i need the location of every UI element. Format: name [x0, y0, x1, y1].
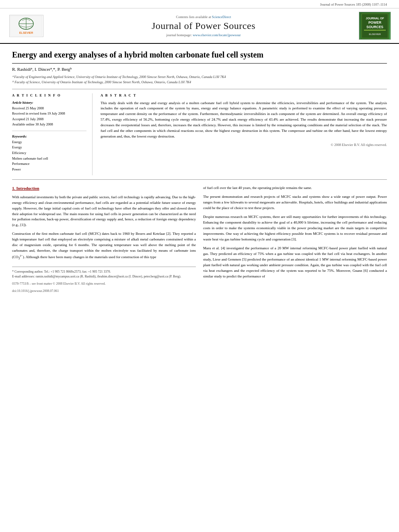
- keyword-6: Power: [12, 167, 86, 173]
- article-info-label: A R T I C L E I N F O: [12, 93, 86, 97]
- abstract-text: This study deals with the energy and exe…: [101, 101, 387, 140]
- keyword-5: Performance: [12, 161, 86, 167]
- body-left-col: 1. Introduction With substantial investm…: [12, 185, 196, 294]
- journal-title: Journal of Power Sources: [48, 21, 359, 31]
- body-right-col: of fuel cell over the last 40 years, the…: [203, 185, 387, 294]
- elsevier-logo-image: ELSEVIER: [9, 15, 43, 37]
- journal-center: Contents lists available at ScienceDirec…: [48, 15, 359, 37]
- homepage-line: journal homepage: www.elsevier.com/locat…: [48, 33, 359, 37]
- received-date: Received 25 May 2008: [12, 106, 86, 111]
- copyright: © 2008 Elsevier B.V. All rights reserved…: [101, 143, 387, 147]
- page: Journal of Power Sources 185 (2008) 1107…: [0, 0, 399, 532]
- right-para-3: Despite numerous research on MCFC system…: [203, 214, 387, 242]
- svg-text:POWER: POWER: [368, 21, 381, 25]
- body-section: 1. Introduction With substantial investm…: [12, 185, 387, 294]
- email-addresses: ramin.rashidi@mycampus.uoit.ca (R. Rashi…: [36, 275, 181, 278]
- accepted-date: Accepted 21 July 2008: [12, 117, 86, 122]
- main-content: Energy and exergy analyses of a hybrid m…: [0, 44, 399, 299]
- journal-reference: Journal of Power Sources 185 (2008) 1107…: [320, 2, 387, 6]
- keyword-3: Efficiency: [12, 150, 86, 156]
- affiliation-a: ᵃ Faculty of Engineering and Applied Sci…: [12, 74, 387, 80]
- svg-text:ELSEVIER: ELSEVIER: [369, 33, 381, 35]
- svg-rect-10: [364, 30, 386, 31]
- article-history: Article history: Received 25 May 2008 Re…: [12, 101, 86, 127]
- svg-text:SOURCES: SOURCES: [366, 25, 383, 29]
- email-label: E-mail addresses:: [12, 275, 35, 278]
- available-date: Available online 30 July 2008: [12, 122, 86, 127]
- abstract-column: A B S T R A C T This study deals with th…: [101, 93, 387, 176]
- keywords-divider: [12, 131, 86, 131]
- sciencedirect-link[interactable]: ScienceDirect: [212, 15, 231, 19]
- history-content: Received 25 May 2008 Received in revised…: [12, 106, 86, 127]
- article-info-column: A R T I C L E I N F O Article history: R…: [12, 93, 93, 176]
- footnote-emails: E-mail addresses: ramin.rashidi@mycampus…: [12, 274, 196, 279]
- top-reference: Journal of Power Sources 185 (2008) 1107…: [0, 0, 399, 8]
- abstract-label: A B S T R A C T: [101, 93, 387, 97]
- footnote-corresponding: * Corresponding author. Tel.: +1 905 721…: [12, 269, 196, 274]
- right-para-1: of fuel cell over the last 40 years, the…: [203, 185, 387, 191]
- revised-date: Received in revised form 19 July 2008: [12, 111, 86, 117]
- intro-para-1: With substantial investments by both the…: [12, 195, 196, 228]
- keywords-section: Keywords: Energy Exergy Efficiency Molte…: [12, 134, 86, 173]
- keywords-list: Energy Exergy Efficiency Molten carbonat…: [12, 140, 86, 173]
- journal-header: ELSEVIER Contents lists available at Sci…: [0, 8, 399, 44]
- introduction-heading: 1. Introduction: [12, 185, 196, 192]
- keywords-label: Keywords:: [12, 134, 86, 138]
- right-para-4: Maru et al. [4] investigated the perform…: [203, 246, 387, 279]
- affiliations: ᵃ Faculty of Engineering and Applied Sci…: [12, 74, 387, 85]
- history-label: Article history:: [12, 101, 86, 105]
- journal-right-logo: JOURNAL OF POWER SOURCES ELSEVIER: [359, 12, 391, 40]
- footnote-area: * Corresponding author. Tel.: +1 905 721…: [12, 267, 196, 294]
- affiliation-b: ᵇ Faculty of Science, University of Onta…: [12, 80, 387, 85]
- authors: R. Rashidiᵃ, I. Dincerᵃ,*, P. Bergᵇ: [12, 67, 387, 72]
- keyword-4: Molten carbonate fuel cell: [12, 156, 86, 162]
- info-abstract-section: A R T I C L E I N F O Article history: R…: [12, 89, 387, 180]
- homepage-link[interactable]: www.elsevier.com/locate/jpowsour: [193, 33, 241, 37]
- svg-text:JOURNAL OF: JOURNAL OF: [366, 17, 384, 20]
- right-para-2: The present demonstration and research p…: [203, 194, 387, 211]
- elsevier-logo-svg: ELSEVIER: [10, 16, 42, 36]
- doi-line: doi:10.1016/j.jpowsour.2008.07.061: [12, 289, 196, 294]
- keyword-1: Energy: [12, 140, 86, 145]
- intro-para-2: Construction of the first molten carbona…: [12, 231, 196, 261]
- elsevier-logo: ELSEVIER: [8, 15, 44, 37]
- keyword-2: Exergy: [12, 145, 86, 150]
- issn-line: 0378-7753/$ – see front matter © 2008 El…: [12, 281, 196, 286]
- article-title: Energy and exergy analyses of a hybrid m…: [12, 49, 387, 64]
- power-sources-logo-svg: JOURNAL OF POWER SOURCES ELSEVIER: [361, 13, 389, 39]
- svg-text:ELSEVIER: ELSEVIER: [19, 31, 33, 34]
- sciencedirect-line: Contents lists available at ScienceDirec…: [48, 15, 359, 19]
